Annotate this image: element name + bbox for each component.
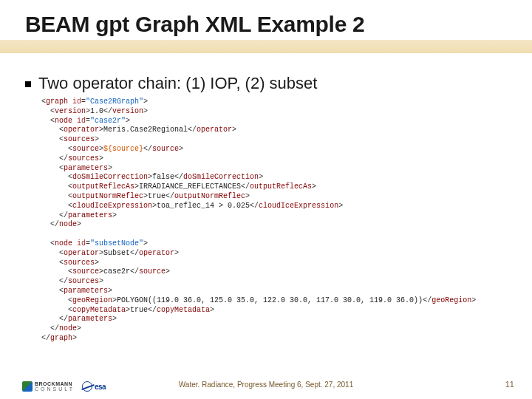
xml-code-block: <graph id="Case2RGraph"> <version>1.0</v…	[41, 98, 514, 344]
tag: outputReflecAs	[72, 183, 134, 191]
tag: geoRegion	[432, 296, 471, 304]
brockmann-logo: BROCKMANN CONSULT	[22, 381, 75, 392]
tag: sources	[64, 135, 95, 143]
bullet-icon	[25, 81, 31, 87]
tag: operator	[64, 249, 99, 257]
tag: node	[55, 117, 72, 125]
tag: operator	[197, 126, 232, 134]
tag: doSmileCorrection	[72, 173, 148, 181]
tag: geoRegion	[72, 296, 112, 304]
brockmann-top: BROCKMANN	[35, 381, 75, 386]
tag: node	[59, 324, 77, 332]
tag: source	[72, 267, 99, 276]
tag: node	[55, 239, 72, 248]
footer: BROCKMANN CONSULT esa Water. Radiance, P…	[0, 371, 532, 393]
brockmann-mark-icon	[22, 381, 33, 392]
text: POLYGON((119.0 36.0, 125.0 35.0, 122.0 3…	[117, 296, 423, 304]
tag: node	[59, 220, 77, 228]
tag: graph	[46, 98, 68, 106]
tag: parameters	[68, 315, 112, 323]
tag: copyMetadata	[72, 306, 126, 314]
slide-title: BEAM gpt Graph XML Example 2	[25, 12, 364, 37]
attr: id	[77, 239, 86, 248]
text: ${source}	[103, 145, 143, 153]
tag: sources	[64, 259, 95, 267]
tag: sources	[68, 154, 99, 163]
logo-group: BROCKMANN CONSULT esa	[22, 381, 106, 392]
bullet-text: Two operator chain: (1) IOP, (2) subset	[38, 74, 317, 93]
text: toa_reflec_14 > 0.025	[157, 202, 250, 210]
brockmann-bot: CONSULT	[35, 386, 75, 392]
tag: version	[112, 107, 143, 115]
attr-val: "subsetNode"	[90, 239, 143, 248]
page-number: 11	[505, 380, 514, 389]
text: IRRADIANCE_REFLECTANCES	[139, 183, 241, 191]
brockmann-text: BROCKMANN CONSULT	[35, 381, 75, 392]
tag: operator	[139, 249, 174, 257]
esa-mark-icon	[82, 381, 92, 392]
attr: id	[72, 98, 81, 106]
tag: outputNormReflec	[174, 192, 245, 200]
tag: parameters	[64, 164, 108, 172]
text: false	[152, 173, 174, 181]
tag: sources	[68, 277, 99, 285]
bullet-row: Two operator chain: (1) IOP, (2) subset	[25, 74, 317, 93]
text: 1.0	[90, 107, 103, 115]
tag: copyMetadata	[157, 306, 210, 314]
tag: source	[139, 267, 166, 276]
text: true	[148, 192, 166, 200]
tag: source	[152, 145, 179, 153]
attr: id	[77, 117, 86, 125]
esa-text: esa	[95, 383, 106, 391]
text: true	[130, 306, 148, 314]
attr-val: "Case2RGraph"	[86, 98, 143, 106]
tag: source	[72, 145, 99, 153]
tag: cloudIceExpression	[72, 202, 152, 210]
text: Meris.Case2Regional	[103, 126, 188, 134]
tag: version	[55, 107, 86, 115]
tag: outputReflecAs	[250, 183, 312, 191]
footer-center-text: Water. Radiance, Progress Meeting 6, Sep…	[179, 381, 353, 389]
title-band	[0, 40, 532, 53]
text: Subset	[103, 249, 130, 257]
tag: graph	[50, 334, 72, 342]
tag: operator	[64, 126, 99, 134]
tag: outputNormReflec	[72, 192, 143, 200]
tag: cloudIceExpression	[259, 202, 338, 210]
esa-logo: esa	[82, 381, 106, 392]
tag: parameters	[64, 287, 108, 295]
attr-val: "case2r"	[90, 117, 126, 125]
text: case2r	[103, 267, 130, 276]
tag: parameters	[68, 211, 112, 219]
tag: doSmileCorrection	[183, 173, 259, 181]
